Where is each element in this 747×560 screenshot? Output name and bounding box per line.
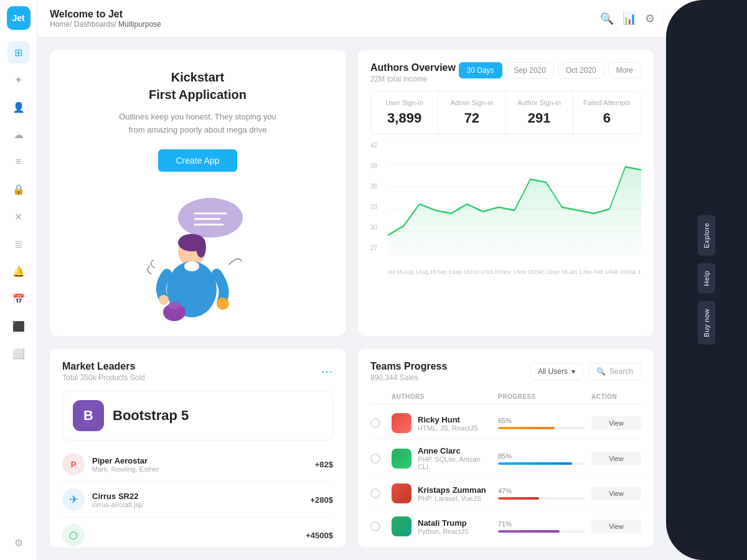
sidebar-item-lock[interactable]: 🔒 [7, 178, 30, 200]
team-row-anne: Anne Clarc PHP, SQLite, Artisan CLI 85% … [370, 440, 641, 477]
stat-author-signin: Author Sign-in 291 [506, 91, 573, 134]
kickstart-card: Kickstart First Application Outlines kee… [50, 50, 345, 336]
svg-point-13 [159, 295, 169, 305]
main-wrapper: Welcome to Jet Home/ Dashboards/ Multipu… [37, 0, 747, 560]
sidebar-item-dashboard[interactable]: ⊞ [7, 41, 30, 63]
team-row-kristaps: Kristaps Zumman PHP, Laravel, VueJS 47% … [370, 477, 641, 510]
market-item-cirrus: ✈ Cirrus SR22 cirrus-aircraft.jsp +280$ [62, 482, 333, 518]
market-title: Market Leaders [62, 361, 145, 372]
sidebar-item-settings[interactable]: ⚙ [7, 531, 30, 554]
search-icon[interactable]: 🔍 [600, 12, 614, 26]
authors-overview-card: Authors Overview 22M total income 30 Day… [358, 50, 654, 336]
market-icon-piper: P [62, 453, 85, 475]
avatar-kristaps [392, 483, 411, 503]
chart-icon[interactable]: 📊 [622, 12, 636, 26]
market-icon-3: ⬡ [62, 524, 85, 546]
chart-canvas [388, 142, 641, 266]
breadcrumb: Home/ Dashboards/ Multipurpose [50, 20, 594, 29]
chart-x-labels: Jul 15 Aug 1 Aug 15 Sep 1 Sep 15 Oct 1 O… [370, 269, 641, 275]
teams-title: Teams Progress [370, 361, 447, 372]
authors-subtitle: 22M total income [370, 75, 456, 83]
market-item-3: ⬡ +4500$ [62, 518, 333, 548]
market-leaders-card: Market Leaders Total 350k Products Sold … [50, 348, 345, 548]
kickstart-title: Kickstart First Application [149, 68, 247, 103]
avatar-natali [392, 516, 411, 536]
svg-point-12 [184, 261, 199, 271]
tab-more[interactable]: More [608, 62, 641, 78]
team-checkbox[interactable] [370, 521, 380, 531]
teams-search-box[interactable]: 🔍 Search [588, 363, 641, 380]
svg-point-15 [217, 297, 229, 310]
tab-30days[interactable]: 30 Days [459, 62, 502, 78]
sidebar-item-users[interactable]: 👤 [7, 96, 30, 118]
sidebar-item-close[interactable]: ✕ [7, 205, 30, 228]
team-checkbox[interactable] [370, 418, 380, 428]
sidebar-item-bell[interactable]: 🔔 [7, 260, 30, 282]
stats-row: User Sign-in 3,899 Admin Sign-in 72 Auth… [370, 91, 641, 134]
kickstart-description: Outlines keep you honest. They stoping y… [111, 111, 285, 137]
avatar-anne [392, 449, 411, 469]
market-subtitle: Total 350k Products Sold [62, 373, 145, 382]
bootstrap-logo: B [73, 400, 104, 431]
market-item: P Piper Aerostar Mark, Rowling, Esther +… [62, 447, 333, 482]
chart-area: 42 39 36 33 30 27 [370, 142, 641, 266]
team-row-ricky: Ricky Hunt HTML, JS, ReactJS 65% View [370, 407, 641, 440]
sidebar-item-menu[interactable]: ≣ [7, 233, 30, 255]
header: Welcome to Jet Home/ Dashboards/ Multipu… [37, 0, 747, 37]
explore-button[interactable]: Explore [698, 215, 715, 256]
tab-sep2020[interactable]: Sep 2020 [506, 62, 554, 78]
stat-admin-signin: Admin Sign-in 72 [438, 91, 505, 134]
header-title: Welcome to Jet Home/ Dashboards/ Multipu… [50, 9, 594, 29]
team-checkbox[interactable] [370, 488, 380, 498]
svg-point-17 [168, 302, 181, 309]
help-button[interactable]: Help [698, 263, 715, 294]
create-app-button[interactable]: Create App [158, 149, 237, 172]
progress-natali: 71% [498, 520, 585, 533]
sidebar-logo[interactable]: Jet [7, 6, 31, 30]
page-title: Welcome to Jet [50, 9, 594, 20]
content: Kickstart First Application Outlines kee… [37, 37, 666, 560]
view-button-ricky[interactable]: View [591, 416, 641, 430]
market-more-icon[interactable]: ⋯ [321, 364, 333, 379]
right-panel: Explore Help Buy now [666, 0, 747, 560]
progress-kristaps: 47% [498, 487, 585, 500]
view-button-kristaps[interactable]: View [591, 487, 641, 500]
teams-subtitle: 890,344 Sales [370, 373, 447, 382]
svg-point-10 [196, 238, 206, 258]
view-button-anne[interactable]: View [591, 452, 641, 465]
all-users-filter[interactable]: All Users ▾ [530, 363, 583, 380]
bootstrap-text: Bootstrap 5 [113, 408, 189, 424]
chevron-down-icon: ▾ [571, 367, 575, 376]
sidebar-item-cloud[interactable]: ☁ [7, 123, 30, 146]
settings-icon[interactable]: ⚙ [645, 12, 655, 26]
sidebar-item-calendar[interactable]: 📅 [7, 287, 30, 310]
authors-title: Authors Overview [370, 62, 456, 73]
header-divider [664, 11, 664, 26]
search-icon: 🔍 [596, 367, 606, 376]
sidebar-item-list[interactable]: ≡ [7, 151, 30, 173]
sidebar-item-layout[interactable]: ⬛ [7, 315, 30, 337]
teams-progress-card: Teams Progress 890,344 Sales All Users ▾… [358, 348, 654, 548]
kickstart-illustration [136, 184, 260, 324]
teams-filter: All Users ▾ 🔍 Search [530, 363, 641, 380]
teams-table-header: AUTHORS PROGRESS ACTION [370, 390, 641, 404]
sidebar-item-table[interactable]: ⬜ [7, 342, 30, 365]
stat-user-signin: User Sign-in 3,899 [371, 91, 438, 134]
market-icon-cirrus: ✈ [62, 488, 85, 511]
progress-anne: 85% [498, 452, 585, 465]
tab-oct2020[interactable]: Oct 2020 [558, 62, 604, 78]
progress-ricky: 65% [498, 417, 585, 429]
authors-tabs: 30 Days Sep 2020 Oct 2020 More [459, 62, 641, 78]
team-checkbox[interactable] [370, 454, 380, 464]
teams-header: Teams Progress 890,344 Sales All Users ▾… [370, 361, 641, 382]
stat-failed-attempts: Failed Attempts 6 [573, 91, 641, 134]
buy-now-button[interactable]: Buy now [698, 301, 715, 345]
svg-point-3 [178, 198, 243, 238]
sidebar-item-analytics[interactable]: ✦ [7, 68, 30, 91]
authors-card-header: Authors Overview 22M total income 30 Day… [370, 62, 641, 83]
view-button-natali[interactable]: View [591, 520, 641, 533]
sidebar: Jet ⊞ ✦ 👤 ☁ ≡ 🔒 ✕ ≣ 🔔 📅 ⬛ ⬜ ⚙ [0, 0, 37, 560]
chart-y-labels: 42 39 36 33 30 27 [370, 142, 385, 251]
avatar-ricky [392, 413, 411, 433]
team-row-natali: Natali Trump Python, ReactJS 71% View [370, 510, 641, 543]
